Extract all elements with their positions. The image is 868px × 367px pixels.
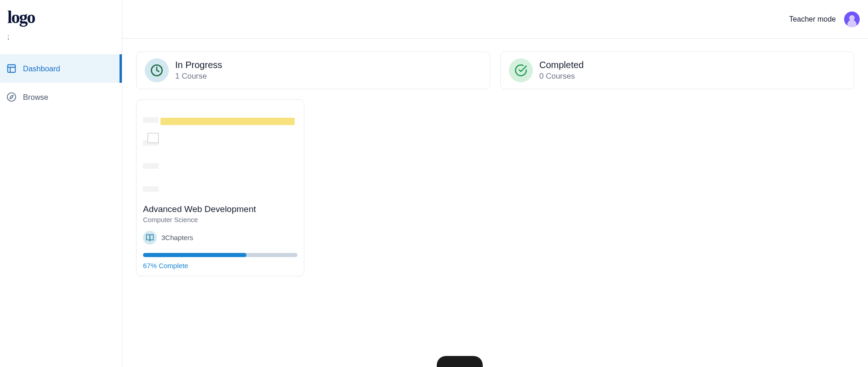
topbar: Teacher mode bbox=[122, 0, 868, 39]
compass-icon bbox=[6, 92, 17, 102]
stat-title: Completed bbox=[539, 59, 584, 71]
thumbnail-highlight bbox=[160, 118, 295, 125]
layout-icon bbox=[6, 63, 17, 74]
svg-marker-4 bbox=[10, 95, 13, 98]
stat-in-progress: In Progress 1 Course bbox=[136, 52, 490, 89]
logo-text: logo bbox=[7, 8, 35, 26]
floating-toolbar[interactable] bbox=[437, 356, 483, 367]
course-category: Computer Science bbox=[143, 216, 297, 224]
brand-logo: logo bbox=[0, 8, 122, 26]
sidebar-nav: Dashboard Browse bbox=[0, 54, 122, 111]
progress-bar bbox=[143, 253, 297, 257]
book-open-icon bbox=[143, 231, 157, 245]
person-icon bbox=[847, 20, 857, 27]
logo-subtext: ; bbox=[0, 33, 122, 40]
thumbnail-decoration bbox=[148, 133, 159, 143]
main-content: In Progress 1 Course Completed 0 Courses bbox=[122, 39, 868, 289]
chapters-label: 3Chapters bbox=[161, 234, 193, 241]
course-grid: Advanced Web Development Computer Scienc… bbox=[136, 99, 854, 276]
svg-rect-0 bbox=[8, 65, 16, 73]
stat-title: In Progress bbox=[175, 59, 222, 71]
stats-row: In Progress 1 Course Completed 0 Courses bbox=[136, 52, 854, 89]
svg-point-3 bbox=[7, 93, 16, 101]
sidebar-item-label: Browse bbox=[23, 93, 48, 102]
check-circle-icon bbox=[509, 58, 533, 82]
progress-bar-fill bbox=[143, 253, 246, 257]
stat-completed: Completed 0 Courses bbox=[500, 52, 854, 89]
user-avatar[interactable] bbox=[844, 11, 860, 27]
course-meta: 3Chapters bbox=[143, 231, 297, 245]
sidebar: logo ; Dashboard Browse bbox=[0, 0, 122, 367]
sidebar-item-browse[interactable]: Browse bbox=[0, 83, 122, 111]
thumbnail-decoration bbox=[143, 117, 159, 195]
sidebar-item-dashboard[interactable]: Dashboard bbox=[0, 54, 122, 83]
stat-sub: 0 Courses bbox=[539, 71, 584, 82]
teacher-mode-link[interactable]: Teacher mode bbox=[789, 15, 836, 23]
course-thumbnail bbox=[143, 106, 297, 198]
progress-label: 67% Complete bbox=[143, 262, 297, 270]
clock-icon bbox=[145, 58, 169, 82]
sidebar-item-label: Dashboard bbox=[23, 64, 60, 73]
stat-sub: 1 Course bbox=[175, 71, 222, 82]
course-card[interactable]: Advanced Web Development Computer Scienc… bbox=[136, 99, 304, 276]
course-title: Advanced Web Development bbox=[143, 204, 297, 215]
